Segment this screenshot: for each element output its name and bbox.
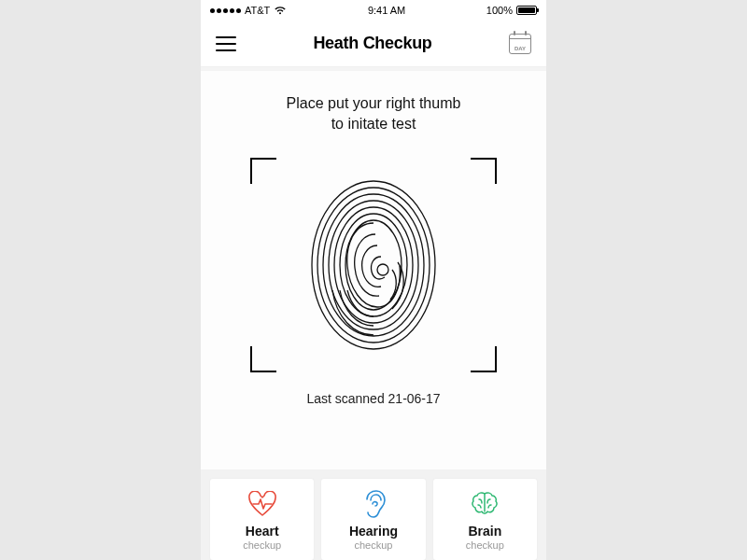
instruction-line-2: to initate test	[287, 114, 461, 134]
svg-point-2	[323, 194, 424, 336]
svg-point-7	[377, 264, 388, 275]
status-right: 100%	[486, 5, 537, 16]
card-sublabel: checkup	[243, 539, 281, 551]
status-left: AT&T	[210, 5, 287, 16]
signal-dots-icon	[210, 8, 241, 13]
navbar: Heath Checkup DAY	[201, 21, 546, 67]
heart-ecg-icon	[247, 490, 277, 518]
checkup-cards-row: Heart checkup Hearing checkup	[201, 469, 546, 560]
frame-corner-icon	[471, 158, 497, 184]
svg-point-0	[312, 181, 435, 349]
card-label: Heart	[246, 524, 279, 539]
fingerprint-scan-area[interactable]	[250, 158, 497, 372]
card-label: Hearing	[349, 524, 398, 539]
battery-percent: 100%	[486, 5, 513, 16]
svg-point-5	[340, 214, 407, 316]
ear-icon	[361, 490, 386, 518]
card-sublabel: checkup	[466, 539, 504, 551]
frame-corner-icon	[250, 346, 276, 372]
frame-corner-icon	[471, 346, 497, 372]
frame-corner-icon	[250, 158, 276, 184]
phone-screen: AT&T 9:41 AM 100% Heath Checkup DAY Plac…	[201, 0, 546, 560]
brain-icon	[471, 490, 499, 518]
main-content: Place put your right thumb to initate te…	[201, 67, 546, 469]
carrier-label: AT&T	[245, 5, 270, 16]
wifi-icon	[274, 6, 287, 15]
calendar-button[interactable]: DAY	[509, 34, 531, 54]
calendar-label: DAY	[514, 46, 526, 51]
checkup-card-heart[interactable]: Heart checkup	[210, 479, 314, 560]
card-sublabel: checkup	[355, 539, 393, 551]
checkup-card-hearing[interactable]: Hearing checkup	[321, 479, 425, 560]
battery-icon	[516, 6, 537, 15]
status-bar: AT&T 9:41 AM 100%	[201, 0, 546, 21]
status-time: 9:41 AM	[368, 5, 405, 16]
last-scanned-label: Last scanned 21-06-17	[306, 391, 440, 406]
card-label: Brain	[468, 524, 501, 539]
instruction-text: Place put your right thumb to initate te…	[287, 93, 461, 133]
fingerprint-icon	[308, 176, 439, 354]
checkup-card-brain[interactable]: Brain checkup	[433, 479, 537, 560]
menu-button[interactable]	[216, 36, 236, 51]
page-title: Heath Checkup	[313, 34, 431, 53]
instruction-line-1: Place put your right thumb	[287, 93, 461, 114]
